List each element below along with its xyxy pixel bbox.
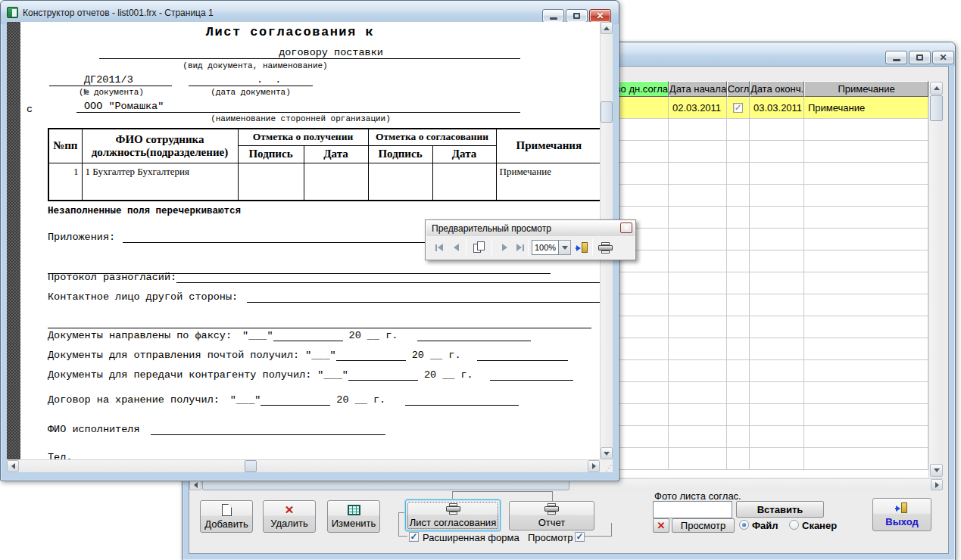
grid-cell-empty[interactable] [804,316,928,338]
grid-cell-empty[interactable] [804,229,928,250]
grid-cell-empty[interactable] [750,207,804,229]
preview-scroll-right-button[interactable] [588,460,600,472]
grid-cell-empty[interactable] [750,185,804,207]
preview-vscroll-thumb[interactable] [601,101,613,123]
grid-cell-date-end[interactable]: 03.03.2011 [750,97,804,119]
grid-cell-empty[interactable] [669,316,727,338]
approval-sheet-button[interactable]: Лист согласования [405,499,501,531]
grid-cell-empty[interactable] [727,316,750,338]
grid-cell-empty[interactable] [750,141,804,163]
view-button[interactable]: Просмотр [672,518,735,533]
grid-cell-empty[interactable] [804,448,928,470]
add-button[interactable]: Добавить [200,500,253,533]
report-window-titlebar[interactable]: Конструктор отчетов - list001.frx - Стра… [1,1,619,24]
grid-cell-empty[interactable] [669,338,727,360]
grid-cell-empty[interactable] [750,294,804,316]
bw-maximize-button[interactable] [909,51,931,64]
grid-cell-empty[interactable] [669,382,727,404]
grid-cell-empty[interactable] [804,294,928,316]
preview-scroll-up-button[interactable] [601,22,613,34]
preview-scroll-down-button[interactable] [601,447,613,459]
last-page-button[interactable] [512,238,529,257]
grid-cell-empty[interactable] [727,141,750,163]
grid-cell-empty[interactable] [727,382,750,404]
grid-cell-empty[interactable] [804,272,928,294]
grid-cell-empty[interactable] [727,404,750,426]
grid-cell-empty[interactable] [804,250,928,272]
grid-col-note[interactable]: Примечание [804,81,928,97]
delete-button[interactable]: ✕ Удалить [263,500,316,533]
clear-photo-button[interactable]: ✕ [653,518,669,533]
grid-cell-empty[interactable] [750,404,804,426]
grid-cell-empty[interactable] [727,163,750,185]
grid-cell-empty[interactable] [804,163,928,185]
grid-cell-empty[interactable] [804,185,928,207]
grid-cell-empty[interactable] [669,272,727,294]
close-preview-button[interactable] [574,238,591,257]
grid-cell-empty[interactable] [750,426,804,448]
zoom-select[interactable]: 100% [532,240,571,255]
grid-scroll-up-button[interactable] [930,82,943,95]
grid-cell-empty[interactable] [750,448,804,470]
grid-vertical-scrollbar[interactable] [928,81,943,478]
grid-cell-empty[interactable] [669,426,727,448]
grid-cell-empty[interactable] [804,426,928,448]
preview-scroll-left-button[interactable] [7,460,19,472]
grid-cell-empty[interactable] [804,119,928,141]
grid-cell-empty[interactable] [727,185,750,207]
zoom-dropdown-button[interactable] [559,240,571,255]
grid-cell-empty[interactable] [669,207,727,229]
preview-checkbox[interactable] [575,532,585,542]
grid-cell-empty[interactable] [727,272,750,294]
grid-cell-empty[interactable] [669,294,727,316]
grid-cell-note[interactable]: Примечание [804,97,928,119]
grid-cell-date-start[interactable]: 02.03.2011 [669,97,727,119]
grid-col-date-start[interactable]: Дата начала [669,81,727,97]
grid-col-agreed[interactable]: Согл [727,81,750,97]
grid-cell-empty[interactable] [727,426,750,448]
grid-cell-empty[interactable] [804,338,928,360]
preview-toolbar-titlebar[interactable]: Предварительный просмотр [426,221,635,236]
bw-minimize-button[interactable] [885,51,907,64]
print-button[interactable] [597,238,613,257]
grid-cell-empty[interactable] [669,229,727,250]
grid-cell-empty[interactable] [669,250,727,272]
radio-scanner[interactable] [789,520,799,530]
first-page-button[interactable] [431,238,448,257]
next-page-button[interactable] [496,238,513,257]
zoom-value[interactable]: 100% [532,240,559,255]
insert-button[interactable]: Вставить [736,501,824,518]
bw-scroll-right-button[interactable] [931,479,943,490]
preview-hscroll-thumb[interactable] [245,460,257,472]
fw-maximize-button[interactable] [566,9,588,23]
resize-grip[interactable]: ⋰ [600,459,613,472]
grid-cell-empty[interactable] [750,119,804,141]
grid-cell-empty[interactable] [727,229,750,250]
grid-scroll-down-button[interactable] [930,464,943,477]
fw-minimize-button[interactable] [542,9,564,23]
grid-cell-agreed[interactable]: ✓ [727,97,750,119]
grid-cell-empty[interactable] [727,294,750,316]
grid-cell-empty[interactable] [804,360,928,382]
preview-horizontal-scrollbar[interactable] [7,459,600,472]
grid-cell-empty[interactable] [804,207,928,229]
grid-cell-empty[interactable] [750,250,804,272]
grid-cell-empty[interactable] [750,360,804,382]
prev-page-button[interactable] [448,238,464,257]
grid-cell-empty[interactable] [669,448,727,470]
grid-cell-empty[interactable] [727,207,750,229]
grid-cell-empty[interactable] [804,141,928,163]
grid-cell-empty[interactable] [750,338,804,360]
grid-cell-empty[interactable] [750,316,804,338]
grid-cell-empty[interactable] [669,119,727,141]
bw-close-button[interactable]: ✕ [932,51,954,64]
grid-cell-empty[interactable] [727,119,750,141]
grid-cell-empty[interactable] [669,163,727,185]
pages-button[interactable] [470,238,488,257]
grid-cell-empty[interactable] [804,382,928,404]
report-button[interactable]: Отчет [509,501,594,530]
grid-cell-empty[interactable] [804,404,928,426]
preview-toolbar-close-button[interactable]: ✕ [620,222,632,233]
grid-cell-empty[interactable] [669,360,727,382]
grid-cell-empty[interactable] [727,338,750,360]
